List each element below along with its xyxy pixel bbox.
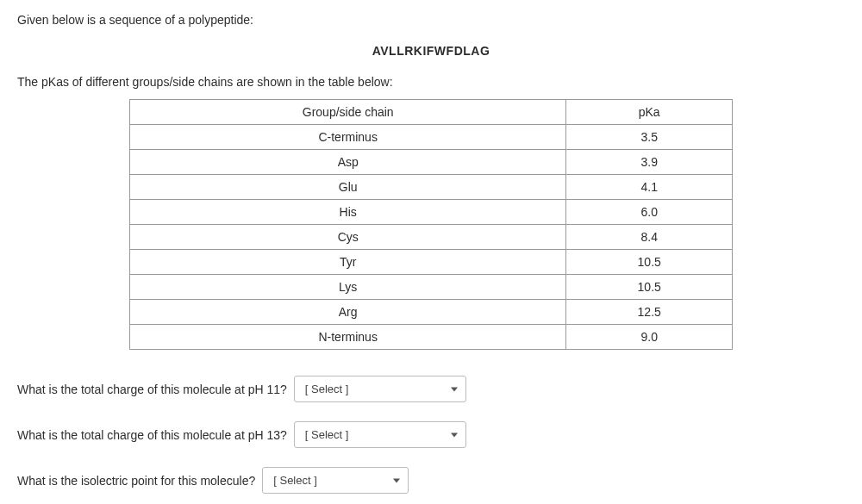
select-ph13[interactable]: [ Select ] xyxy=(294,421,466,448)
cell-pka: 10.5 xyxy=(566,250,733,275)
table-row: Cys8.4 xyxy=(130,225,733,250)
header-pka: pKa xyxy=(566,100,733,125)
question-text-isoelectric: What is the isolectric point for this mo… xyxy=(17,474,255,488)
table-intro-text: The pKas of different groups/side chains… xyxy=(17,75,845,89)
table-header-row: Group/side chain pKa xyxy=(130,100,733,125)
table-row: Asp3.9 xyxy=(130,150,733,175)
table-row: Tyr10.5 xyxy=(130,250,733,275)
cell-pka: 12.5 xyxy=(566,300,733,325)
cell-group: His xyxy=(130,200,566,225)
cell-group: Arg xyxy=(130,300,566,325)
intro-text: Given below is a sequence of a polypepti… xyxy=(17,13,845,27)
cell-pka: 9.0 xyxy=(566,325,733,350)
cell-group: Asp xyxy=(130,150,566,175)
cell-pka: 10.5 xyxy=(566,275,733,300)
cell-group: Glu xyxy=(130,175,566,200)
header-group: Group/side chain xyxy=(130,100,566,125)
cell-pka: 6.0 xyxy=(566,200,733,225)
question-text-ph11: What is the total charge of this molecul… xyxy=(17,383,287,396)
cell-pka: 8.4 xyxy=(566,225,733,250)
table-row: Glu4.1 xyxy=(130,175,733,200)
pka-table: Group/side chain pKa C-terminus3.5 Asp3.… xyxy=(129,99,733,350)
cell-group: Cys xyxy=(130,225,566,250)
cell-group: Tyr xyxy=(130,250,566,275)
cell-group: C-terminus xyxy=(130,125,566,150)
cell-pka: 3.9 xyxy=(566,150,733,175)
question-text-ph13: What is the total charge of this molecul… xyxy=(17,428,287,442)
question-row-ph13: What is the total charge of this molecul… xyxy=(17,421,845,448)
table-row: N-terminus9.0 xyxy=(130,325,733,350)
question-row-isoelectric: What is the isolectric point for this mo… xyxy=(17,467,845,494)
cell-group: Lys xyxy=(130,275,566,300)
cell-group: N-terminus xyxy=(130,325,566,350)
question-row-ph11: What is the total charge of this molecul… xyxy=(17,376,845,402)
cell-pka: 3.5 xyxy=(566,125,733,150)
polypeptide-sequence: AVLLRKIFWFDLAG xyxy=(17,44,845,58)
table-row: C-terminus3.5 xyxy=(130,125,733,150)
cell-pka: 4.1 xyxy=(566,175,733,200)
table-row: Lys10.5 xyxy=(130,275,733,300)
table-row: Arg12.5 xyxy=(130,300,733,325)
select-ph11[interactable]: [ Select ] xyxy=(294,376,466,402)
select-isoelectric[interactable]: [ Select ] xyxy=(262,467,409,494)
table-row: His6.0 xyxy=(130,200,733,225)
